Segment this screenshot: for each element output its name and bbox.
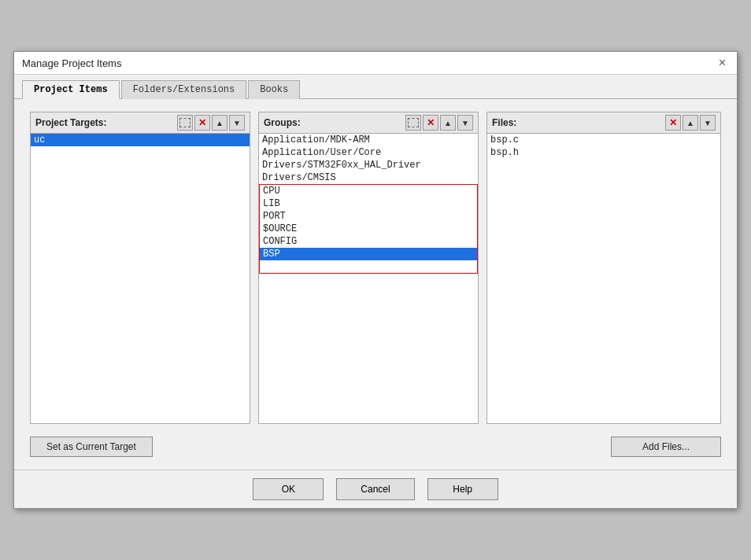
group-item-bsp[interactable]: BSP: [260, 248, 477, 260]
groups-up-button[interactable]: ▲: [440, 115, 456, 131]
files-down-button[interactable]: ▼: [700, 115, 716, 131]
targets-new-button[interactable]: [177, 115, 193, 131]
targets-list: uc: [30, 133, 250, 424]
targets-delete-button[interactable]: ✕: [194, 115, 210, 131]
dialog-title: Manage Project Items: [22, 57, 121, 69]
groups-list: Application/MDK-ARM Application/User/Cor…: [258, 133, 479, 424]
files-label: Files:: [492, 117, 516, 128]
files-delete-button[interactable]: ✕: [665, 115, 681, 131]
panels-row: Project Targets: ✕ ▲ ▼ uc: [30, 112, 721, 424]
group-item-config[interactable]: CONFIG: [260, 235, 477, 248]
files-up-button[interactable]: ▲: [683, 115, 698, 131]
groups-down-button[interactable]: ▼: [457, 115, 473, 131]
group-item-source[interactable]: $OURCE: [260, 223, 477, 235]
target-item-uc[interactable]: uc: [31, 134, 250, 146]
group-item-3[interactable]: Drivers/CMSIS: [259, 171, 478, 184]
group-item-cpu[interactable]: CPU: [260, 185, 477, 197]
dialog-body: Project Targets: ✕ ▲ ▼ uc: [14, 99, 737, 470]
group-item-0[interactable]: Application/MDK-ARM: [259, 134, 478, 146]
targets-down-button[interactable]: ▼: [229, 115, 245, 131]
manage-project-items-dialog: Manage Project Items × Project Items Fol…: [13, 51, 738, 509]
help-button[interactable]: Help: [427, 478, 498, 500]
targets-label: Project Targets:: [35, 117, 106, 128]
set-current-target-button[interactable]: Set as Current Target: [30, 437, 153, 457]
group-item-new-empty[interactable]: [260, 260, 477, 273]
tab-bar: Project Items Folders/Extensions Books: [14, 75, 737, 99]
targets-toolbar: ✕ ▲ ▼: [177, 115, 245, 131]
files-list: bsp.c bsp.h: [486, 133, 721, 424]
group-item-lib[interactable]: LIB: [260, 197, 477, 210]
group-item-port[interactable]: PORT: [260, 210, 477, 223]
close-button[interactable]: ×: [716, 57, 729, 69]
targets-up-button[interactable]: ▲: [212, 115, 228, 131]
add-files-button[interactable]: Add Files...: [611, 437, 721, 457]
files-toolbar: ✕ ▲ ▼: [665, 115, 716, 131]
file-item-bsp-c[interactable]: bsp.c: [487, 134, 720, 146]
groups-toolbar: ✕ ▲ ▼: [405, 115, 473, 131]
group-item-2[interactable]: Drivers/STM32F0xx_HAL_Driver: [259, 159, 478, 171]
tab-folders-extensions[interactable]: Folders/Extensions: [121, 80, 247, 99]
dialog-footer: OK Cancel Help: [14, 470, 737, 508]
tab-project-items[interactable]: Project Items: [22, 80, 120, 99]
groups-label: Groups:: [264, 117, 301, 128]
groups-new-icon: [408, 118, 419, 127]
groups-header: Groups: ✕ ▲ ▼: [258, 112, 479, 133]
groups-panel: Groups: ✕ ▲ ▼ Application/MDK-ARM Applic…: [258, 112, 479, 424]
groups-delete-button[interactable]: ✕: [423, 115, 438, 131]
actions-row: Set as Current Target Add Files...: [30, 437, 721, 457]
cancel-button[interactable]: Cancel: [336, 478, 414, 500]
files-header: Files: ✕ ▲ ▼: [486, 112, 721, 133]
files-panel: Files: ✕ ▲ ▼ bsp.c bsp.h: [486, 112, 721, 424]
groups-new-button[interactable]: [405, 115, 421, 131]
targets-header: Project Targets: ✕ ▲ ▼: [30, 112, 250, 133]
title-bar: Manage Project Items ×: [14, 52, 737, 75]
ok-button[interactable]: OK: [253, 478, 324, 500]
tab-books[interactable]: Books: [248, 80, 300, 99]
groups-bordered-section: CPU LIB PORT $OURCE CONFIG BSP: [259, 184, 478, 274]
targets-new-icon: [179, 118, 191, 127]
project-targets-panel: Project Targets: ✕ ▲ ▼ uc: [30, 112, 250, 424]
file-item-bsp-h[interactable]: bsp.h: [487, 146, 720, 159]
group-item-1[interactable]: Application/User/Core: [259, 146, 478, 159]
